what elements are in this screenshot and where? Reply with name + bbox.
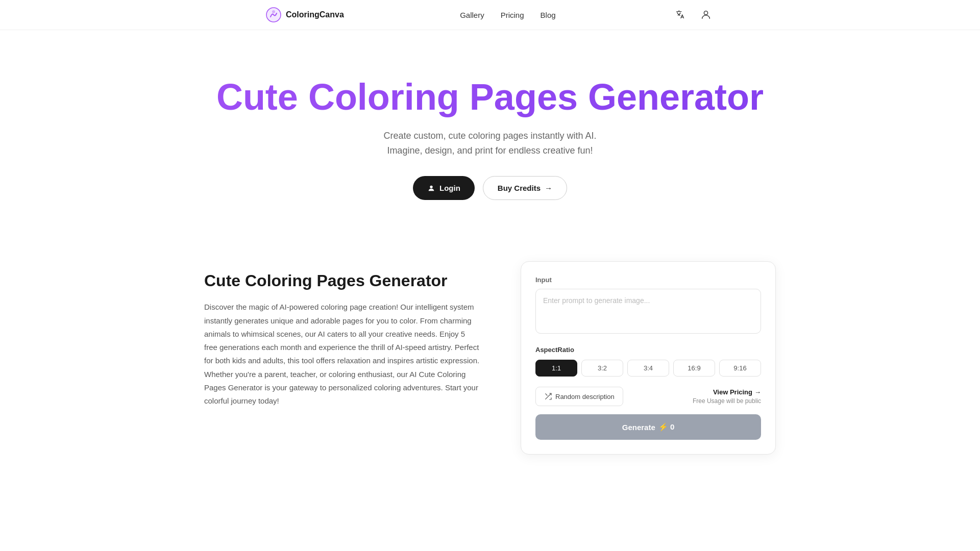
logo-icon — [265, 7, 282, 23]
ar-1-1[interactable]: 1:1 — [535, 360, 577, 377]
logo-text: ColoringCanva — [286, 10, 344, 19]
left-description: Discover the magic of AI-powered colorin… — [204, 300, 480, 408]
prompt-input[interactable] — [535, 289, 761, 334]
login-user-icon — [427, 184, 435, 192]
generate-button[interactable]: Generate ⚡ 0 — [535, 414, 761, 440]
buy-credits-label: Buy Credits — [498, 184, 541, 192]
logo-link[interactable]: ColoringCanva — [265, 7, 344, 23]
view-pricing-link[interactable]: View Pricing → — [693, 388, 761, 396]
card-row-options: Random description View Pricing → Free U… — [535, 387, 761, 406]
ar-3-4[interactable]: 3:4 — [627, 360, 669, 377]
arrow-right-icon: → — [545, 184, 552, 192]
svg-point-3 — [430, 186, 432, 188]
nav-gallery-link[interactable]: Gallery — [460, 11, 484, 19]
left-title: Cute Coloring Pages Generator — [204, 271, 480, 290]
translate-button[interactable] — [672, 6, 689, 23]
main-section: Cute Coloring Pages Generator Discover t… — [0, 231, 980, 495]
view-pricing-label: View Pricing — [713, 388, 752, 396]
aspect-ratio-label: AspectRatio — [535, 346, 761, 354]
ar-3-2[interactable]: 3:2 — [581, 360, 623, 377]
generator-card: Input AspectRatio 1:1 3:2 3:4 16:9 9:16 … — [521, 261, 776, 455]
user-button[interactable] — [697, 6, 715, 23]
user-icon — [700, 9, 712, 20]
hero-title: Cute Coloring Pages Generator — [10, 76, 970, 118]
hero-buttons: Login Buy Credits → — [10, 176, 970, 200]
shuffle-icon — [544, 392, 552, 400]
generate-label: Generate — [622, 423, 655, 432]
hero-subtitle-line2: Imagine, design, and print for endless c… — [387, 145, 593, 156]
nav-blog-link[interactable]: Blog — [541, 11, 556, 19]
nav-actions — [672, 6, 715, 23]
nav-pricing-link[interactable]: Pricing — [501, 11, 524, 19]
arrow-right-icon: → — [754, 388, 761, 396]
random-description-button[interactable]: Random description — [535, 387, 623, 406]
left-content: Cute Coloring Pages Generator Discover t… — [204, 261, 480, 408]
random-desc-label: Random description — [555, 393, 615, 400]
view-pricing-area: View Pricing → Free Usage will be public — [693, 388, 761, 405]
navbar: ColoringCanva Gallery Pricing Blog — [0, 0, 980, 30]
svg-point-2 — [704, 11, 707, 15]
buy-credits-button[interactable]: Buy Credits → — [483, 176, 567, 200]
ar-16-9[interactable]: 16:9 — [673, 360, 715, 377]
aspect-ratio-options: 1:1 3:2 3:4 16:9 9:16 — [535, 360, 761, 377]
input-label: Input — [535, 276, 761, 284]
ar-9-16[interactable]: 9:16 — [719, 360, 761, 377]
free-public-text: Free Usage will be public — [693, 397, 761, 405]
generate-cost: ⚡ 0 — [658, 422, 675, 432]
hero-subtitle: Create custom, cute coloring pages insta… — [10, 129, 970, 158]
svg-point-1 — [272, 10, 275, 13]
login-button-label: Login — [439, 184, 460, 192]
nav-links: Gallery Pricing Blog — [460, 11, 555, 19]
hero-subtitle-line1: Create custom, cute coloring pages insta… — [383, 131, 596, 141]
login-button[interactable]: Login — [413, 176, 475, 200]
hero-section: Cute Coloring Pages Generator Create cus… — [0, 30, 980, 231]
translate-icon — [675, 9, 686, 20]
